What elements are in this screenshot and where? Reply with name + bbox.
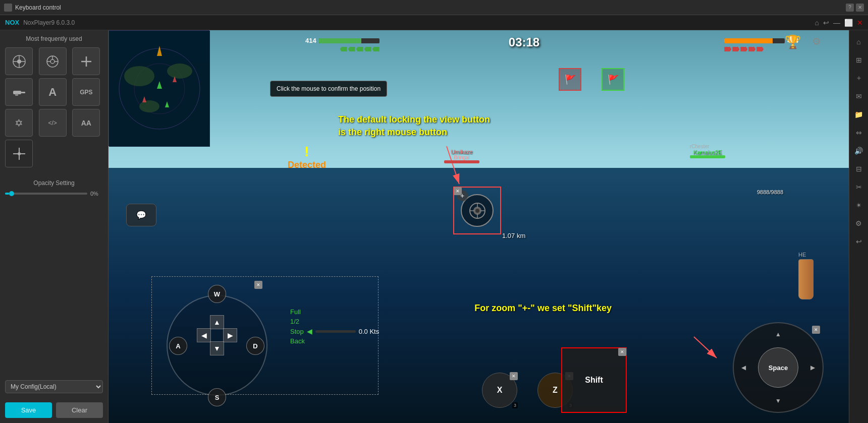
svg-rect-11 — [13, 91, 21, 94]
space-joystick-close[interactable]: ✕ — [812, 326, 820, 334]
space-joystick-btn[interactable]: Space ✕ ▲ ▼ ◀ ▶ — [733, 322, 824, 413]
special-cell[interactable] — [5, 140, 33, 167]
opacity-thumb[interactable] — [9, 191, 14, 196]
shift-close-btn[interactable]: ✕ — [618, 348, 626, 356]
svg-point-5 — [50, 59, 55, 64]
dpad-cross: ▲ ◀ ▶ ▼ — [197, 315, 237, 376]
sidebar: Most frequently used — [0, 30, 108, 423]
right-sidebar: ⌂ ⊞ ＋ ✉ 📁 ⇔ 🔊 ⊟ ✂ ✴ ⚙ ↩ — [849, 30, 868, 423]
steering-cell[interactable] — [39, 47, 67, 75]
icon-grid: A GPS ✡ </> AA — [5, 47, 103, 167]
config-select[interactable]: My Config(Local) Default Config — [5, 380, 103, 393]
joystick-up-arrow: ▲ — [775, 331, 781, 338]
close-button[interactable]: ✕ — [856, 4, 864, 12]
shift-key-box: Shift ✕ — [561, 347, 627, 413]
nox-close-btn[interactable]: ✕ — [857, 19, 863, 27]
action-buttons: Save Clear — [5, 402, 103, 418]
titlebar-title: Keyboard control — [15, 4, 846, 11]
down-arrow-btn[interactable]: ▼ — [210, 341, 224, 355]
gps-cell[interactable]: GPS — [72, 78, 100, 106]
save-button[interactable]: Save — [5, 402, 52, 418]
right-add-icon[interactable]: ＋ — [851, 71, 866, 86]
text-aa-text: AA — [81, 119, 91, 127]
code-cell[interactable]: </> — [39, 109, 67, 137]
opacity-section: Opacity Setting 0% — [5, 179, 103, 197]
right-back-icon[interactable]: ↩ — [851, 234, 866, 249]
joystick-down-arrow: ▼ — [775, 397, 781, 404]
right-arrow-btn[interactable]: ▶ — [223, 328, 237, 342]
nox-controls: ⌂ ↩ — ⬜ ✕ — [815, 19, 863, 27]
joystick-right-arrow: ▶ — [810, 364, 815, 371]
up-arrow-btn[interactable]: ▲ — [210, 315, 224, 329]
nox-restore-btn[interactable]: ⬜ — [844, 19, 853, 27]
space-label: Space — [769, 364, 788, 372]
right-resize-icon[interactable]: ⇔ — [851, 125, 866, 140]
keyboard-control-titlebar: Keyboard control ? ✕ — [0, 0, 868, 15]
space-inner-circle: Space — [758, 347, 798, 388]
keyboard-icon — [4, 4, 12, 12]
opacity-slider[interactable] — [5, 193, 87, 195]
crosshair-close-btn[interactable]: ✕ — [454, 187, 462, 195]
opacity-slider-row: 0% — [5, 191, 103, 197]
crosshair-control-box[interactable]: + ✕ — [453, 187, 501, 234]
svg-point-20 — [124, 66, 154, 86]
svg-point-21 — [167, 64, 192, 79]
shift-key-label: Shift — [585, 376, 603, 385]
svg-rect-13 — [15, 94, 18, 96]
s-key-btn[interactable]: S — [208, 388, 226, 406]
right-volume-icon[interactable]: 🔊 — [851, 143, 866, 158]
w-key-btn[interactable]: W — [208, 285, 226, 303]
gun-icon — [12, 87, 26, 98]
clear-button[interactable]: Clear — [56, 402, 103, 418]
code-text: </> — [48, 119, 57, 127]
gun-cell[interactable] — [5, 78, 33, 106]
svg-rect-12 — [21, 92, 25, 93]
game-area[interactable]: 414 03:18 — [108, 30, 849, 423]
main-row: Most frequently used — [0, 30, 868, 423]
nox-title: NoxPlayer9 6.0.3.0 — [23, 19, 815, 26]
right-apps-icon[interactable]: ⊞ — [851, 52, 866, 68]
section-title: Most frequently used — [5, 35, 103, 42]
right-folder-icon[interactable]: 📁 — [851, 107, 866, 122]
config-row: My Config(Local) Default Config — [5, 380, 103, 393]
chat-bubble[interactable]: 💬 — [126, 204, 156, 226]
right-settings-icon[interactable]: ⊟ — [851, 161, 866, 176]
minimap-svg — [109, 31, 210, 147]
left-arrow-btn[interactable]: ◀ — [197, 328, 211, 342]
dpad-close-btn[interactable]: ✕ — [254, 281, 262, 289]
text-aa-cell[interactable]: AA — [72, 109, 100, 137]
right-gear-icon[interactable]: ⚙ — [851, 216, 866, 231]
x-control-btn[interactable]: X ✕ 3 — [482, 373, 517, 408]
minimap — [108, 30, 209, 146]
letter-a-text: A — [48, 86, 57, 99]
opacity-label: Opacity Setting — [5, 179, 103, 187]
settings-icon[interactable]: ⚙ — [812, 35, 821, 47]
letter-a-cell[interactable]: A — [39, 78, 67, 106]
right-messages-icon[interactable]: ✉ — [851, 89, 866, 104]
opacity-percent: 0% — [90, 191, 103, 197]
d-key-btn[interactable]: D — [246, 337, 264, 355]
friendly-flag-1: 🚩 — [602, 68, 624, 91]
a-key-btn[interactable]: A — [169, 337, 187, 355]
right-home-icon[interactable]: ⌂ — [851, 34, 866, 49]
right-cut-icon[interactable]: ✂ — [851, 179, 866, 195]
nox-back-btn[interactable]: ↩ — [823, 19, 829, 27]
steering-icon — [45, 54, 60, 69]
shift-btn[interactable]: Shift ✕ — [562, 348, 626, 412]
star-cell[interactable]: ✡ — [5, 109, 33, 137]
z-key-label: Z — [553, 386, 558, 395]
eye-icon — [467, 201, 487, 221]
nox-minimize-btn[interactable]: — — [833, 19, 840, 27]
titlebar-controls: ? ✕ — [846, 4, 864, 12]
dpad-cell[interactable] — [5, 47, 33, 75]
score-display: 9888/9888 — [757, 189, 783, 195]
help-button[interactable]: ? — [846, 4, 854, 12]
svg-point-16 — [18, 152, 21, 155]
right-sparkle-icon[interactable]: ✴ — [851, 198, 866, 213]
enemy-flag-1: 🚩 — [559, 68, 581, 91]
plus-cell[interactable] — [72, 47, 100, 75]
nox-home-btn[interactable]: ⌂ — [815, 19, 819, 27]
nox-logo: NOX — [5, 19, 19, 26]
x-control-close[interactable]: ✕ — [510, 372, 518, 380]
svg-point-22 — [139, 100, 159, 112]
